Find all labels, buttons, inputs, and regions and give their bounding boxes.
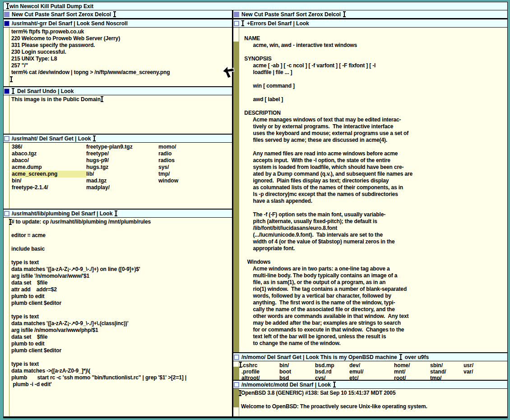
- window-home-dir-tag[interactable]: /usr/maht/ Del Snarf Get | Look: [4, 135, 232, 143]
- dir-entry[interactable]: usr/: [464, 362, 507, 369]
- window-terminal-body[interactable]: term% ftpfs ftp.proweb.co.uk 220 Welcome…: [4, 28, 232, 86]
- window-momo-dir-body[interactable]: .cshrcbin/bsd.mpdev/home/sbin/usr/.profi…: [233, 361, 507, 380]
- window-motd-body[interactable]: OpenBSD 3.8 (GENERIC) #138: Sat Sep 10 1…: [233, 389, 507, 416]
- scrollbar[interactable]: [4, 28, 9, 86]
- dir-entry[interactable]: emul/: [349, 369, 394, 375]
- column-drag-button[interactable]: [4, 12, 9, 17]
- dir-entry[interactable]: tmp/: [430, 375, 464, 380]
- text-cursor-ibeam: [241, 20, 245, 26]
- dir-entry[interactable]: acme_screen.png: [12, 171, 86, 177]
- listing-row: bin/mad.tgzwindow: [12, 177, 232, 184]
- dir-entry[interactable]: radio: [158, 150, 232, 157]
- window-motd: /n/momo/etc/motd Del Snarf | Look OpenBS…: [233, 380, 507, 416]
- dir-entry[interactable]: stand/: [430, 369, 464, 375]
- dir-entry[interactable]: madplay/: [86, 184, 158, 191]
- main-tag-bar[interactable]: win Newcol Kill Putall Dump Exit: [4, 2, 507, 10]
- dir-entry[interactable]: tmp/: [158, 171, 232, 177]
- window-drag-button-clean[interactable]: [234, 355, 239, 360]
- dir-entry[interactable]: momo/: [158, 144, 232, 150]
- text-cursor-ibeam: [93, 135, 96, 141]
- dir-entry[interactable]: altroot/: [241, 375, 279, 380]
- acme-desktop: win Newcol Kill Putall Dump Exit New Cut…: [0, 0, 510, 420]
- dir-entry[interactable]: abaco/: [12, 157, 86, 164]
- scrollbar-thumb[interactable]: [233, 361, 239, 367]
- motd-text[interactable]: OpenBSD 3.8 (GENERIC) #138: Sat Sep 10 1…: [233, 389, 507, 410]
- terminal-output[interactable]: term% ftpfs ftp.proweb.co.uk 220 Welcome…: [4, 28, 232, 76]
- text-cursor-ibeam: [113, 11, 116, 17]
- text-cursor-ibeam: [115, 210, 118, 216]
- plumbing-rules[interactable]: # to update: cp /usr/maht/lib/plumbing /…: [4, 218, 232, 388]
- listing-row: acme_screen.pnglib/tmp/: [12, 171, 232, 177]
- listing-row: freetype-2.1.4/madplay/: [12, 184, 232, 191]
- text-cursor-ibeam: [12, 88, 15, 94]
- listing-row: acme.dumphugs.tgzsys/: [12, 164, 232, 171]
- column-tag-commands: New Cut Paste Snarf Sort Zerox Delcol: [12, 11, 111, 18]
- dir-entry[interactable]: var/: [464, 369, 507, 375]
- column-left-tag[interactable]: New Cut Paste Snarf Sort Zerox Delcol: [4, 10, 232, 19]
- dir-entry[interactable]: 386/: [12, 144, 86, 150]
- dir-entry[interactable]: mad.tgz: [86, 177, 158, 184]
- window-plumbing-tag[interactable]: /usr/maht/lib/plumbing Del Snarf | Look: [4, 210, 232, 218]
- man-page-text[interactable]: NAME acme, win, awd - interactive text w…: [233, 28, 507, 347]
- dir-entry[interactable]: freetype-2.1.4/: [12, 184, 86, 191]
- scrollbar-thumb[interactable]: [233, 407, 239, 416]
- dir-entry[interactable]: etc/: [349, 375, 394, 380]
- window-errors-body[interactable]: NAME acme, win, awd - interactive text w…: [233, 28, 507, 352]
- column-right-tag[interactable]: New Cut Paste Snarf Sort Zerox Delcol: [233, 10, 507, 19]
- scrollbar-thumb[interactable]: [233, 28, 239, 42]
- window-image-note: Del Snarf Undo | Look This image is in t…: [4, 86, 232, 134]
- dir-entry[interactable]: window: [158, 177, 232, 184]
- scrollbar[interactable]: [4, 143, 9, 209]
- window-image-note-tag[interactable]: Del Snarf Undo | Look: [4, 87, 232, 95]
- dir-entry[interactable]: .cshrc: [241, 362, 279, 369]
- scrollbar[interactable]: [4, 95, 9, 134]
- dir-entry[interactable]: home/: [394, 362, 430, 369]
- window-home-dir-body[interactable]: 386/freetype-plan9.tgzmomo/abaco.tgzfree…: [4, 143, 232, 209]
- dir-entry[interactable]: hugs.tgz: [86, 164, 158, 171]
- dir-entry[interactable]: root/: [394, 375, 430, 380]
- dir-entry[interactable]: sys/: [158, 164, 232, 171]
- dir-entry[interactable]: mnt/: [394, 369, 430, 375]
- text-cursor-ibeam: [6, 3, 9, 9]
- window-drag-button-dirty[interactable]: [4, 89, 9, 94]
- dir-entry[interactable]: lib/: [86, 171, 158, 177]
- dir-entry[interactable]: bsd.rd: [315, 369, 349, 375]
- window-drag-button-clean[interactable]: [234, 382, 239, 387]
- window-drag-button-dirty[interactable]: [4, 21, 9, 26]
- window-motd-tag[interactable]: /n/momo/etc/motd Del Snarf | Look: [233, 381, 507, 389]
- dir-entry[interactable]: bsd.mp: [315, 362, 349, 369]
- dir-entry[interactable]: bsd: [279, 375, 315, 380]
- dir-entry[interactable]: boot: [279, 369, 315, 375]
- window-drag-button-clean[interactable]: [234, 21, 239, 26]
- text-cursor-ibeam: [9, 219, 12, 225]
- dir-entry[interactable]: bin/: [12, 177, 86, 184]
- dir-entry[interactable]: sbin/: [430, 362, 464, 369]
- scrollbar[interactable]: [233, 361, 239, 380]
- dir-entry[interactable]: hugs-p9/: [86, 157, 158, 164]
- window-drag-button-clean[interactable]: [4, 211, 9, 216]
- dir-entry[interactable]: dev/: [349, 362, 394, 369]
- scrollbar[interactable]: [4, 218, 9, 416]
- dir-entry[interactable]: freetype/: [86, 150, 158, 157]
- text-cursor-ibeam: [10, 76, 13, 82]
- dir-entry[interactable]: freetype-plan9.tgz: [86, 144, 158, 150]
- dir-entry[interactable]: acme.dump: [12, 164, 86, 171]
- directory-listing[interactable]: .cshrcbin/bsd.mpdev/home/sbin/usr/.profi…: [233, 361, 507, 380]
- dir-entry[interactable]: bin/: [279, 362, 315, 369]
- dir-entry[interactable]: cvs/: [315, 375, 349, 380]
- directory-listing[interactable]: 386/freetype-plan9.tgzmomo/abaco.tgzfree…: [4, 143, 232, 191]
- window-momo-dir-tag[interactable]: /n/momo/ Del Snarf Get | Look This is my…: [233, 353, 507, 361]
- text-cursor-ibeam: [239, 390, 242, 396]
- window-plumbing-body[interactable]: # to update: cp /usr/maht/lib/plumbing /…: [4, 218, 232, 416]
- dir-entry[interactable]: radios: [158, 157, 232, 164]
- dir-entry[interactable]: .profile: [241, 369, 279, 375]
- window-drag-button-clean[interactable]: [4, 136, 9, 141]
- text-cursor-ibeam: [399, 354, 403, 360]
- window-terminal-tag[interactable]: /usr/maht/-grr Del Snarf | Look Send Nos…: [4, 19, 232, 28]
- text-cursor-ibeam: [333, 382, 336, 387]
- window-errors-tag[interactable]: +Errors Del Snarf | Look: [233, 19, 507, 28]
- window-image-note-body[interactable]: This image is in the Public Domain: [4, 95, 232, 134]
- column-drag-button[interactable]: [234, 12, 239, 17]
- acme-window: win Newcol Kill Putall Dump Exit New Cut…: [3, 2, 508, 418]
- dir-entry[interactable]: abaco.tgz: [12, 150, 86, 157]
